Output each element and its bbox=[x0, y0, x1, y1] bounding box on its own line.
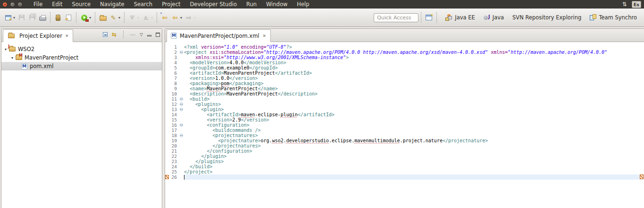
code-line[interactable]: 8 <packaging>pom</packaging> bbox=[165, 81, 644, 86]
menu-help[interactable]: Help bbox=[293, 0, 313, 8]
previous-annotation-dropdown[interactable]: ▾ bbox=[151, 16, 153, 20]
code-line[interactable]: 1<?xml version="1.0" encoding="UTF-8"?> bbox=[165, 44, 644, 50]
run-dropdown[interactable]: ▾ bbox=[89, 16, 91, 20]
code-text[interactable]: <packaging>pom</packaging> bbox=[184, 81, 644, 86]
previous-annotation-button[interactable] bbox=[141, 12, 151, 23]
print-button[interactable] bbox=[38, 12, 47, 23]
perspective-svn-repository-exploring[interactable]: SVN Repository Exploring bbox=[509, 13, 585, 22]
next-annotation-button[interactable] bbox=[127, 12, 137, 23]
code-line[interactable]: 17 <buildcommands /> bbox=[165, 128, 644, 133]
fold-collapse-icon[interactable] bbox=[180, 97, 183, 101]
keyboard-layout-indicator[interactable]: Es bbox=[632, 1, 641, 8]
code-line[interactable]: 12 <plugins> bbox=[165, 102, 644, 107]
save-button[interactable] bbox=[17, 12, 26, 23]
tree-item-wso2[interactable]: ▾ J WSO2 bbox=[1, 45, 162, 53]
code-line[interactable]: 23 </plugins> bbox=[165, 159, 644, 164]
menu-edit[interactable]: Edit bbox=[48, 0, 67, 8]
close-window-button[interactable]: ✕ bbox=[2, 2, 8, 7]
code-text[interactable]: </build> bbox=[184, 164, 644, 169]
menu-search[interactable]: Search bbox=[130, 0, 157, 8]
menu-developer-studio[interactable]: Developer Studio bbox=[186, 0, 241, 8]
back-dropdown[interactable]: ▾ bbox=[180, 16, 182, 20]
menu-project[interactable]: Project bbox=[158, 0, 184, 8]
menu-run[interactable]: Run bbox=[242, 0, 261, 8]
tree-item-pom-xml[interactable]: M pom.xml bbox=[1, 62, 162, 70]
code-line[interactable]: 14 <artifactId>maven-eclipse-plugin</art… bbox=[165, 112, 644, 117]
code-line[interactable]: 11 <build> bbox=[165, 96, 644, 102]
focus-on-active-task-button[interactable] bbox=[130, 34, 135, 35]
code-line[interactable]: 22 </plugin> bbox=[165, 154, 644, 159]
last-edit-location-button[interactable]: ⇦ ✳ bbox=[160, 12, 169, 23]
overview-ruler-marker[interactable] bbox=[640, 174, 644, 179]
code-text[interactable]: xmlns:xsi="http://www.w3.org/2001/XMLSch… bbox=[184, 55, 644, 60]
xml-source-editor[interactable]: 1<?xml version="1.0" encoding="UTF-8"?>2… bbox=[165, 42, 644, 208]
code-text[interactable]: <project xsi:schemaLocation="http://mave… bbox=[184, 50, 644, 55]
next-annotation-dropdown[interactable]: ▾ bbox=[137, 16, 139, 20]
fold-collapse-icon[interactable] bbox=[180, 123, 183, 127]
perspective-java-ee[interactable]: Java EE bbox=[442, 13, 478, 22]
code-line[interactable]: 5 <groupId>com.example0</groupId> bbox=[165, 65, 644, 70]
code-line[interactable]: 26 bbox=[165, 174, 644, 180]
code-text[interactable]: <projectnatures> bbox=[184, 133, 644, 138]
fold-collapse-icon[interactable] bbox=[180, 51, 183, 54]
collapse-all-button[interactable] bbox=[103, 32, 108, 37]
menu-source[interactable]: Source bbox=[68, 0, 95, 8]
code-line[interactable]: 7 <version>1.0.0</version> bbox=[165, 76, 644, 81]
perspective-java[interactable]: J Java bbox=[480, 13, 507, 22]
code-line[interactable]: 18 <projectnatures> bbox=[165, 133, 644, 138]
expander-icon[interactable]: ▾ bbox=[3, 47, 8, 52]
code-line[interactable]: 13 <plugin> bbox=[165, 107, 644, 112]
run-external-tools-button[interactable] bbox=[79, 12, 89, 23]
code-text[interactable] bbox=[184, 174, 644, 180]
code-text[interactable]: <build> bbox=[184, 96, 644, 102]
new-dropdown[interactable]: ▾ bbox=[13, 16, 15, 20]
editor-tab-pom-xml[interactable]: M MavenParentProject/pom.xml ✕ bbox=[167, 29, 271, 42]
code-line[interactable]: 2<project xsi:schemaLocation="http://mav… bbox=[165, 50, 644, 55]
code-line[interactable]: 25</project> bbox=[165, 169, 644, 174]
forward-button[interactable]: ⇨ bbox=[184, 12, 193, 23]
menu-navigate[interactable]: Navigate bbox=[96, 0, 129, 8]
code-line[interactable]: 10 <description>MavenParentProject</desc… bbox=[165, 91, 644, 96]
code-text[interactable]: <?xml version="1.0" encoding="UTF-8"?> bbox=[184, 44, 644, 50]
mark-task-button[interactable]: ✎ bbox=[109, 12, 118, 23]
maximize-window-button[interactable]: ▫ bbox=[17, 2, 23, 7]
code-text[interactable]: <version>1.0.0</version> bbox=[184, 76, 644, 81]
expander-icon[interactable]: ▾ bbox=[10, 56, 15, 60]
minimize-window-button[interactable]: – bbox=[10, 2, 15, 7]
code-text[interactable]: <name>MavenParentProject</name> bbox=[184, 86, 644, 91]
menu-window[interactable]: Window bbox=[262, 0, 292, 8]
code-line[interactable]: 15 <version>2.9</version> bbox=[165, 117, 644, 122]
open-perspective-button[interactable]: ✶ bbox=[424, 12, 434, 23]
code-line[interactable]: 4 <modelVersion>4.0.0</modelVersion> bbox=[165, 60, 644, 65]
menu-file[interactable]: File bbox=[29, 0, 47, 8]
code-text[interactable]: </plugin> bbox=[184, 154, 644, 159]
fold-collapse-icon[interactable] bbox=[180, 103, 183, 106]
code-text[interactable]: <version>2.9</version> bbox=[184, 117, 644, 122]
jar-export-button[interactable] bbox=[53, 12, 63, 23]
maximize-view-button[interactable] bbox=[156, 33, 160, 37]
project-explorer-tab[interactable]: Project Explorer ✕ bbox=[3, 29, 73, 42]
save-all-button[interactable] bbox=[27, 12, 37, 23]
view-menu-button[interactable]: ▽ bbox=[140, 32, 143, 37]
network-indicator-icon[interactable]: ⇅ bbox=[622, 1, 627, 8]
code-text[interactable]: <description>MavenParentProject</descrip… bbox=[184, 91, 644, 96]
code-text[interactable]: <buildcommands /> bbox=[184, 128, 644, 133]
perspective-team-synchronizing[interactable]: Team Synchro bbox=[586, 13, 640, 22]
code-line[interactable]: 3 xmlns:xsi="http://www.w3.org/2001/XMLS… bbox=[165, 55, 644, 60]
code-text[interactable]: <plugin> bbox=[184, 107, 644, 112]
code-text[interactable]: <modelVersion>4.0.0</modelVersion> bbox=[184, 60, 644, 65]
close-icon[interactable]: ✕ bbox=[262, 34, 267, 38]
tree-item-mavenparentproject[interactable]: ▾ M MavenParentProject bbox=[1, 53, 162, 62]
code-text[interactable]: <artifactId>maven-eclipse-plugin</artifa… bbox=[184, 112, 644, 117]
fold-collapse-icon[interactable] bbox=[180, 134, 183, 137]
fold-collapse-icon[interactable] bbox=[180, 108, 183, 111]
forward-dropdown[interactable]: ▾ bbox=[194, 16, 196, 20]
link-with-editor-button[interactable]: ⇆ bbox=[112, 31, 117, 38]
code-line[interactable]: 19 <projectnature>org.wso2.developerstud… bbox=[165, 138, 644, 143]
new-wizard-button[interactable]: ✶ bbox=[3, 12, 13, 23]
code-line[interactable]: 16 <configuration> bbox=[165, 122, 644, 128]
minimize-view-button[interactable] bbox=[147, 35, 151, 36]
close-icon[interactable]: ✕ bbox=[65, 34, 69, 38]
open-task-button[interactable] bbox=[98, 12, 108, 23]
code-text[interactable]: <plugins> bbox=[184, 102, 644, 107]
